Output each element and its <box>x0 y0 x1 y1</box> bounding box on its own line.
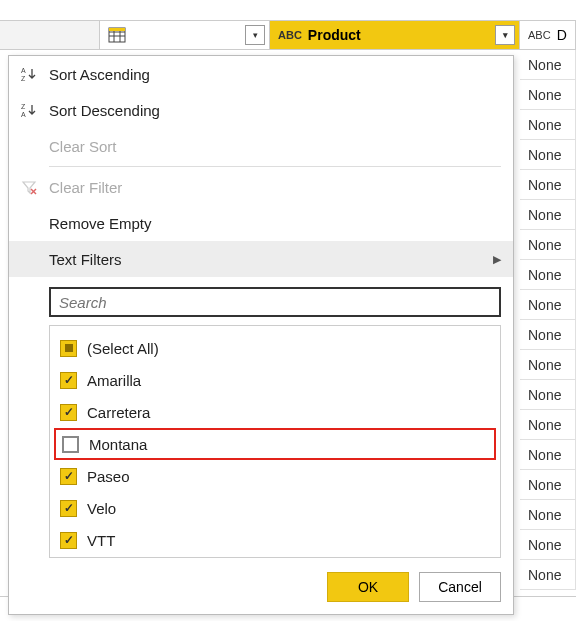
clear-filter-item: Clear Filter <box>9 169 513 205</box>
filter-item-amarilla[interactable]: Amarilla <box>54 364 496 396</box>
sort-ascending-item[interactable]: A Z Sort Ascending <box>9 56 513 92</box>
table-cell[interactable]: None <box>520 80 576 110</box>
submenu-arrow-icon: ▶ <box>493 253 501 266</box>
checkbox-checked[interactable] <box>60 404 77 421</box>
cancel-button[interactable]: Cancel <box>419 572 501 602</box>
svg-text:A: A <box>21 67 26 74</box>
table-cell[interactable]: None <box>520 560 576 590</box>
select-all-label: (Select All) <box>87 340 159 357</box>
text-filters-label: Text Filters <box>49 251 122 268</box>
filter-item-label: VTT <box>87 532 115 549</box>
table-cell[interactable]: None <box>520 110 576 140</box>
filter-item-vtt[interactable]: VTT <box>54 524 496 556</box>
filter-item-label: Carretera <box>87 404 150 421</box>
next-column-header[interactable]: ABC D <box>520 21 576 49</box>
table-cell[interactable]: None <box>520 200 576 230</box>
checkbox-unchecked[interactable] <box>62 436 79 453</box>
data-cells-column: None None None None None None None None … <box>520 50 576 590</box>
clear-sort-label: Clear Sort <box>49 138 117 155</box>
filter-item-label: Paseo <box>87 468 130 485</box>
column-header-row: ▾ ABC Product ▾ ABC D <box>0 20 576 50</box>
checkbox-checked[interactable] <box>60 468 77 485</box>
table-cell[interactable]: None <box>520 50 576 80</box>
search-input[interactable] <box>49 287 501 317</box>
sort-desc-icon: Z A <box>21 102 49 118</box>
next-column-label: D <box>557 27 575 43</box>
funnel-clear-icon <box>21 179 49 195</box>
product-column-header[interactable]: ABC Product ▾ <box>270 21 520 49</box>
filter-item-velo[interactable]: Velo <box>54 492 496 524</box>
filter-item-paseo[interactable]: Paseo <box>54 460 496 492</box>
filter-item-label: Amarilla <box>87 372 141 389</box>
filter-item-montana[interactable]: Montana <box>54 428 496 460</box>
filter-item-carretera[interactable]: Carretera <box>54 396 496 428</box>
dialog-buttons: OK Cancel <box>9 564 513 614</box>
checkbox-indeterminate[interactable] <box>60 340 77 357</box>
sort-ascending-label: Sort Ascending <box>49 66 150 83</box>
svg-text:A: A <box>21 111 26 118</box>
text-type-icon: ABC <box>278 29 302 42</box>
product-dropdown-button[interactable]: ▾ <box>495 25 515 45</box>
sort-descending-label: Sort Descending <box>49 102 160 119</box>
separator <box>49 166 501 167</box>
table-column-header[interactable]: ▾ <box>100 21 270 49</box>
table-cell[interactable]: None <box>520 230 576 260</box>
remove-empty-label: Remove Empty <box>49 215 152 232</box>
text-type-icon: ABC <box>528 29 551 42</box>
table-cell[interactable]: None <box>520 410 576 440</box>
svg-rect-5 <box>109 28 125 31</box>
svg-text:Z: Z <box>21 103 26 110</box>
search-wrap <box>9 277 513 325</box>
filter-item-label: Montana <box>89 436 147 453</box>
table-cell[interactable]: None <box>520 500 576 530</box>
filter-item-label: Velo <box>87 500 116 517</box>
product-column-label: Product <box>308 27 495 43</box>
column-dropdown-button[interactable]: ▾ <box>245 25 265 45</box>
checkbox-checked[interactable] <box>60 372 77 389</box>
table-cell[interactable]: None <box>520 530 576 560</box>
clear-sort-item: Clear Sort <box>9 128 513 164</box>
table-cell[interactable]: None <box>520 170 576 200</box>
table-cell[interactable]: None <box>520 380 576 410</box>
table-cell[interactable]: None <box>520 350 576 380</box>
sort-descending-item[interactable]: Z A Sort Descending <box>9 92 513 128</box>
table-cell[interactable]: None <box>520 260 576 290</box>
checkbox-checked[interactable] <box>60 532 77 549</box>
svg-text:Z: Z <box>21 75 26 82</box>
table-cell[interactable]: None <box>520 140 576 170</box>
sort-asc-icon: A Z <box>21 66 49 82</box>
table-cell[interactable]: None <box>520 470 576 500</box>
clear-filter-label: Clear Filter <box>49 179 122 196</box>
filter-dropdown-panel: A Z Sort Ascending Z A Sort Descending C… <box>8 55 514 615</box>
checkbox-checked[interactable] <box>60 500 77 517</box>
select-all-row[interactable]: (Select All) <box>54 332 496 364</box>
filter-values-list[interactable]: (Select All) Amarilla Carretera Montana … <box>49 325 501 558</box>
table-cell[interactable]: None <box>520 290 576 320</box>
row-index-header <box>0 21 100 49</box>
table-cell[interactable]: None <box>520 440 576 470</box>
ok-button[interactable]: OK <box>327 572 409 602</box>
table-cell[interactable]: None <box>520 320 576 350</box>
table-icon <box>108 27 126 43</box>
remove-empty-item[interactable]: Remove Empty <box>9 205 513 241</box>
text-filters-item[interactable]: Text Filters ▶ <box>9 241 513 277</box>
